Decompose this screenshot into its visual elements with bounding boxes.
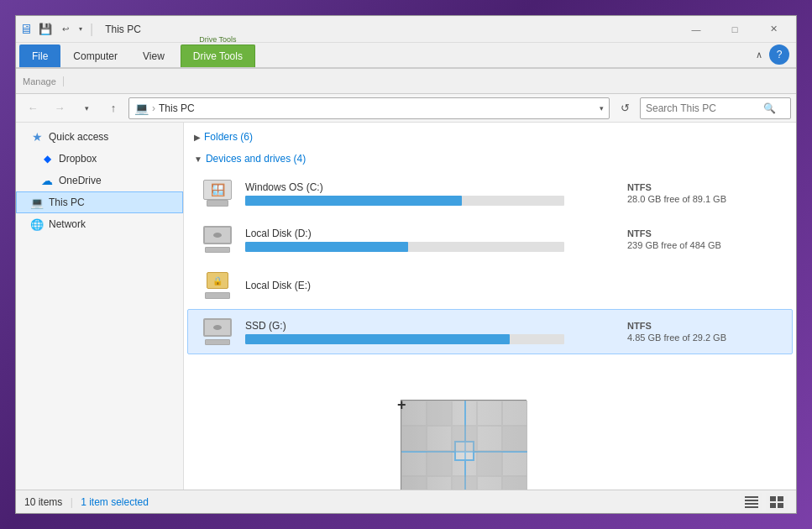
view-details-button[interactable] xyxy=(741,493,762,511)
minimize-button[interactable]: — xyxy=(677,16,715,43)
svg-rect-5 xyxy=(778,496,783,501)
quick-access-icon: ★ xyxy=(30,130,44,144)
sidebar-label-dropbox: Dropbox xyxy=(59,153,97,165)
sidebar-item-this-pc[interactable]: 💻 This PC xyxy=(16,191,183,213)
search-input[interactable] xyxy=(646,102,763,114)
title-bar-left: 🖥 💾 ↩ ▾ | This PC xyxy=(19,20,677,38)
svg-rect-0 xyxy=(745,496,758,498)
network-icon: 🌐 xyxy=(30,217,44,231)
sidebar-label-this-pc: This PC xyxy=(49,196,85,208)
drive-c-meta: NTFS 28.0 GB free of 89.1 GB xyxy=(627,182,778,204)
magnifier-overlay: (460 , 419) 217, 217, 217 xyxy=(401,400,526,490)
refresh-button[interactable]: ↺ xyxy=(613,97,637,119)
sidebar-item-dropbox[interactable]: ◆ Dropbox xyxy=(16,148,183,170)
title-bar-title: This PC xyxy=(105,24,141,35)
sidebar-label-network: Network xyxy=(49,218,86,230)
drive-d-icon xyxy=(202,224,235,254)
path-pc-icon: 💻 xyxy=(134,102,149,115)
main-content: ★ Quick access ◆ Dropbox ☁ OneDrive 💻 Th… xyxy=(16,123,796,490)
close-button[interactable]: ✕ xyxy=(754,16,793,43)
drives-chevron-down: ▼ xyxy=(194,155,202,164)
search-icon: 🔍 xyxy=(763,102,776,114)
item-count: 10 items xyxy=(24,496,62,508)
drive-local-d[interactable]: Local Disk (D:) NTFS 239 GB free of 484 … xyxy=(187,217,793,262)
svg-rect-7 xyxy=(778,503,783,508)
drive-local-e[interactable]: 🔒 Local Disk (E:) xyxy=(187,263,793,308)
tab-computer[interactable]: Computer xyxy=(60,45,130,67)
sidebar-label-quick-access: Quick access xyxy=(49,131,108,143)
drives-section-header[interactable]: ▼ Devices and drives (4) xyxy=(184,148,796,170)
drive-ssd-g[interactable]: SSD (G:) NTFS 4.85 GB free of 29.2 GB xyxy=(187,309,793,354)
quick-access-undo[interactable]: ↩ xyxy=(58,22,73,36)
drive-c-space: 28.0 GB free of 89.1 GB xyxy=(627,194,778,204)
drive-g-name: SSD (G:) xyxy=(245,320,617,332)
drive-g-space: 4.85 GB free of 29.2 GB xyxy=(627,333,778,343)
quick-access-dropdown[interactable]: ▾ xyxy=(75,23,86,35)
drive-g-info: SSD (G:) xyxy=(245,320,617,344)
view-tiles-button[interactable] xyxy=(766,493,788,511)
details-view-icon xyxy=(745,496,758,508)
ribbon-manage-row: Manage xyxy=(16,68,796,93)
drive-d-meta: NTFS 239 GB free of 484 GB xyxy=(627,228,778,250)
this-pc-icon: 💻 xyxy=(30,196,44,209)
sidebar-item-network[interactable]: 🌐 Network xyxy=(16,213,183,235)
drive-d-progress-bg xyxy=(245,242,564,252)
status-right xyxy=(741,493,788,511)
tab-file[interactable]: File xyxy=(19,45,60,67)
drive-c-progress-bg xyxy=(245,196,564,206)
magnifier-view xyxy=(401,401,527,490)
folders-chevron-right: ▶ xyxy=(194,133,201,142)
quick-access-save[interactable]: 💾 xyxy=(34,20,56,38)
back-button[interactable]: ← xyxy=(21,97,45,119)
status-bar: 10 items | 1 item selected xyxy=(16,490,796,513)
help-button[interactable]: ? xyxy=(769,45,789,65)
onedrive-icon: ☁ xyxy=(40,174,54,187)
drive-e-name: Local Disk (E:) xyxy=(245,280,778,291)
drive-c-fs: NTFS xyxy=(627,182,778,192)
drive-d-name: Local Disk (D:) xyxy=(245,228,617,239)
content-area: ▶ Folders (6) ▼ Devices and drives (4) 🪟 xyxy=(184,123,796,490)
window-controls: — □ ✕ xyxy=(677,16,793,43)
tab-drive-tools[interactable]: Drive Tools xyxy=(181,45,255,67)
sidebar-label-onedrive: OneDrive xyxy=(59,175,102,186)
search-box[interactable]: 🔍 xyxy=(640,97,791,119)
address-path[interactable]: 💻 › This PC ▾ xyxy=(128,97,610,119)
title-bar: 🖥 💾 ↩ ▾ | This PC — □ ✕ xyxy=(16,16,796,43)
drive-g-meta: NTFS 4.85 GB free of 29.2 GB xyxy=(627,321,778,343)
drive-d-space: 239 GB free of 484 GB xyxy=(627,240,778,250)
dropbox-icon: ◆ xyxy=(40,152,54,165)
status-divider: | xyxy=(71,496,73,508)
cursor-plus: + xyxy=(397,396,406,414)
file-explorer-window: 🖥 💾 ↩ ▾ | This PC — □ ✕ File Computer Vi… xyxy=(15,15,797,514)
svg-rect-4 xyxy=(770,496,776,501)
sidebar-item-quick-access[interactable]: ★ Quick access xyxy=(16,126,183,148)
sidebar: ★ Quick access ◆ Dropbox ☁ OneDrive 💻 Th… xyxy=(16,123,184,490)
forward-button[interactable]: → xyxy=(48,97,71,119)
drive-d-fs: NTFS xyxy=(627,228,778,238)
tiles-view-icon xyxy=(770,496,783,508)
ribbon: File Computer View Drive Tools Drive Too… xyxy=(16,43,796,94)
drive-c-name: Windows OS (C:) xyxy=(245,181,617,193)
svg-rect-2 xyxy=(745,503,758,505)
ribbon-chevron[interactable]: ∧ xyxy=(752,48,766,62)
drive-g-progress-fill xyxy=(245,334,510,344)
folders-section-label: Folders (6) xyxy=(204,131,253,143)
drives-section-label: Devices and drives (4) xyxy=(206,153,306,165)
drive-e-icon: 🔒 xyxy=(202,270,235,301)
drive-g-progress-bg xyxy=(245,334,564,344)
drive-tools-context: Drive Tools xyxy=(199,35,236,44)
selection-count: 1 item selected xyxy=(81,496,149,508)
drive-d-progress-fill xyxy=(245,242,408,252)
up-button[interactable]: ↑ xyxy=(102,97,125,119)
maximize-button[interactable]: □ xyxy=(715,16,754,43)
tab-view[interactable]: View xyxy=(130,45,177,67)
svg-rect-3 xyxy=(745,506,758,508)
drive-c-info: Windows OS (C:) xyxy=(245,181,617,206)
folders-section-header[interactable]: ▶ Folders (6) xyxy=(184,126,796,148)
sidebar-item-onedrive[interactable]: ☁ OneDrive xyxy=(16,170,183,191)
drive-e-info: Local Disk (E:) xyxy=(245,280,778,291)
path-dropdown[interactable]: ▾ xyxy=(600,104,604,113)
drive-c-icon: 🪟 xyxy=(202,178,235,208)
recent-button[interactable]: ▾ xyxy=(75,97,98,119)
drive-windows-c[interactable]: 🪟 Windows OS (C:) NTFS 28.0 GB free of 8… xyxy=(187,170,793,216)
